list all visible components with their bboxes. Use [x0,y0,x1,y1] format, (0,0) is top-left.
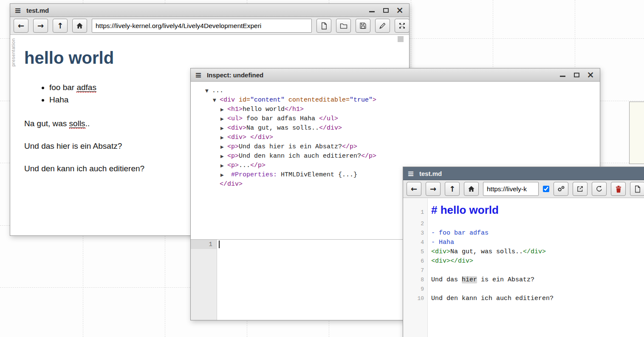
up-button[interactable]: ↑ [53,19,68,33]
edit-button[interactable] [375,19,390,33]
home-icon [468,185,475,193]
line-number: 3 [403,229,428,238]
live-update-checkbox[interactable] [543,186,549,192]
forward-button[interactable]: → [426,182,441,196]
line-number: 5 [403,247,428,257]
misspelled-word: adfas [76,83,96,93]
settings-button[interactable] [554,182,568,196]
window-titlebar[interactable]: ≡ Inspect: undefined × [191,68,600,82]
line-number-gutter: 1 [191,240,217,320]
up-button[interactable]: ↑ [445,182,460,196]
window-menu-icon[interactable]: ≡ [407,170,414,178]
code-token: > [373,96,376,104]
close-button[interactable]: × [587,71,594,78]
code-token: hello world [243,106,285,113]
minimize-button[interactable] [368,7,375,14]
window-titlebar[interactable]: ≡ test.md × [403,167,644,180]
home-icon [76,22,83,29]
editor-code-lines[interactable]: 1# hello world23- foo bar adfas4- Haha5<… [403,198,644,303]
tree-node[interactable]: ▶<h1>hello world</h1> [205,105,600,114]
expand-arrow-icon[interactable]: ▶ [220,133,227,142]
close-button[interactable]: × [396,7,403,14]
tree-node[interactable]: ▶<ul> foo bar adfas Haha </ul> [205,114,600,124]
code-token: <div> [227,125,246,132]
forward-arrow-icon: → [430,185,436,193]
expand-arrow-icon[interactable]: ▶ [220,114,227,124]
code-token: - foo bar adfas [431,229,489,237]
expand-arrow-icon[interactable]: ▶ [220,170,227,180]
code-token: </h1> [285,106,304,113]
delete-button[interactable] [611,182,626,196]
line-number: 1 [191,240,217,249]
code-line[interactable]: 6<div></div> [403,257,644,266]
line-number: 8 [403,275,428,285]
line-number: 1 [403,208,428,217]
text-run: Haha [49,95,68,104]
text-cursor [219,241,220,248]
open-folder-button[interactable] [336,19,351,33]
reload-button[interactable] [592,182,607,196]
minimize-button[interactable] [559,71,566,78]
code-line[interactable]: 3- foo bar adfas [403,229,644,238]
code-token: </div> [220,181,243,188]
text-run: foo bar [49,83,76,92]
code-line[interactable]: 4- Haha [403,238,644,247]
code-line[interactable]: 1# hello world [403,201,644,219]
collapse-arrow-icon[interactable]: ▼ [213,96,220,105]
window-titlebar[interactable]: ≡ test.md × [10,4,409,17]
code-content: <div></div> [428,257,473,266]
new-file-button[interactable] [630,182,644,196]
code-token: Und das [431,276,462,283]
save-button[interactable] [356,19,370,33]
expand-arrow-icon[interactable]: ▶ [220,124,227,133]
code-token: Na gut, was solls.. [246,125,319,132]
back-button[interactable]: ← [407,182,421,196]
code-line[interactable]: 8Und das hier is ein Absatz? [403,275,644,285]
back-button[interactable]: ← [14,19,28,33]
pencil-icon [379,22,386,29]
floppy-disk-icon [359,22,367,29]
navigation-toolbar: ← → ↑ [10,17,409,35]
home-button[interactable] [464,182,479,196]
code-token [246,134,250,141]
code-token: Na gut, was solls.. [450,248,523,255]
expand-arrow-icon[interactable]: ▶ [220,152,227,161]
code-line[interactable]: 10Und den kann ich auch editieren? [403,294,644,303]
tree-node[interactable]: ▶<div> </div> [205,133,600,142]
code-token: Und den kann ich auch editieren? [431,295,554,302]
home-button[interactable] [72,19,87,33]
text-run: Und das hier is ein Absatz? [24,142,122,150]
code-token: <div [220,96,239,104]
open-external-button[interactable] [573,182,588,196]
code-line[interactable]: 9 [403,285,644,294]
editor-code-area[interactable]: 1# hello world23- foo bar adfas4- Haha5<… [403,198,644,337]
tree-node[interactable]: ▶<p>Und den kann ich auch editieren?</p> [205,152,600,161]
scrollbar-handle[interactable] [398,36,404,42]
window-menu-icon[interactable]: ≡ [195,71,202,79]
maximize-button[interactable] [382,7,389,14]
code-line[interactable]: 7 [403,266,644,275]
forward-button[interactable]: → [33,19,48,33]
collapse-arrow-icon[interactable]: ▼ [205,86,212,96]
expand-arrow-icon[interactable]: ▶ [220,161,227,170]
url-input[interactable] [92,19,312,33]
expand-arrow-icon[interactable]: ▶ [220,142,227,152]
tree-node[interactable]: ▶<div>Na gut, was solls..</div> [205,124,600,133]
fullscreen-button[interactable] [395,19,410,33]
back-arrow-icon: ← [411,185,417,193]
preview-heading: hello world [24,48,409,68]
code-token: contenteditable= [288,96,350,104]
expand-arrow-icon[interactable]: ▶ [220,105,227,114]
tree-node[interactable]: ▶<p>Und das hier is ein Absatz?</p> [205,142,600,152]
code-line[interactable]: 2 [403,219,644,229]
tree-node[interactable]: ▼... [205,86,600,96]
forward-arrow-icon: → [37,22,44,30]
code-line[interactable]: 5<div>Na gut, was solls..</div> [403,247,644,257]
maximize-button[interactable] [573,71,580,78]
window-controls: × [368,7,405,14]
tree-node[interactable]: ▼<div id="content" contenteditable="true… [205,96,600,105]
url-input[interactable] [483,182,539,196]
new-file-button[interactable] [316,19,331,33]
window-menu-icon[interactable]: ≡ [14,6,21,14]
folder-icon [340,23,347,29]
